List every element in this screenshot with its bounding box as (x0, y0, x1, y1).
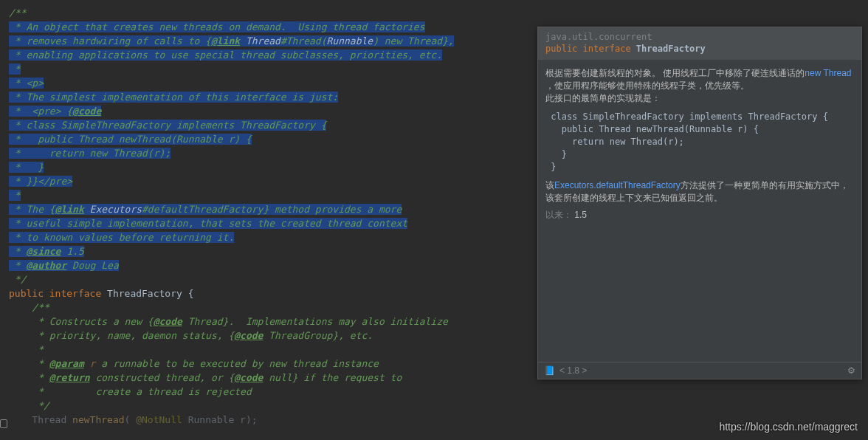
doc-footer: 📘 < 1.8 > ⚙ (538, 362, 861, 379)
code-text: * (9, 372, 49, 383)
doc-text: 该 (545, 180, 554, 190)
documentation-popup[interactable]: java.util.concurrent public interface Th… (537, 27, 862, 379)
code-text: * (9, 260, 26, 271)
doc-paragraph: 根据需要创建新线程的对象。 使用线程工厂中移除了硬连线通话的new Thread… (545, 67, 854, 92)
keyword: public (9, 288, 44, 299)
code-text: * <pre> { (9, 106, 72, 117)
doc-text: ，使应用程序能够使用特殊的线程子类，优先级等。 (545, 80, 749, 91)
code-text: * to known values before returning it. (9, 232, 234, 243)
code-text: * class SimpleThreadFactory implements T… (9, 120, 326, 131)
code-text: * priority, name, daemon status, { (9, 330, 234, 341)
code-text: * (9, 21, 26, 32)
javadoc-code: @code (234, 372, 263, 383)
code-text: Thread (240, 35, 280, 47)
javadoc-link[interactable]: @link (55, 204, 84, 215)
code-text: * create a thread is rejected (9, 385, 531, 399)
code-text: Doug Lea (66, 260, 118, 271)
annotation: @NotNull (136, 414, 182, 425)
keyword: public (545, 44, 577, 54)
watermark: https://blog.csdn.net/maggrect (719, 421, 858, 433)
code-text: ( (125, 414, 137, 425)
code-text: 1.5 (61, 246, 83, 257)
code-text: Executors (84, 204, 142, 215)
code-text: /** (9, 300, 531, 314)
doc-header: java.util.concurrent public interface Th… (538, 27, 861, 60)
code-text: An object that creates new threads on de… (26, 21, 424, 32)
book-icon[interactable]: 📘 (544, 365, 555, 376)
code-text: * <p> (9, 78, 44, 89)
method-name: newThread (72, 414, 124, 425)
code-text: */ (9, 272, 531, 286)
gear-icon[interactable]: ⚙ (847, 365, 855, 376)
code-text: * useful simple implementation, that set… (9, 218, 407, 229)
code-text: null} if the request to (263, 372, 402, 383)
javadoc-return: @return (49, 372, 90, 383)
javadoc-link[interactable]: @link (211, 35, 240, 47)
doc-since: 以来： 1.5 (545, 209, 854, 221)
class-name: ThreadFactory (636, 44, 706, 54)
code-text: */ (9, 399, 531, 413)
doc-paragraph: 该Executors.defaultThreadFactory方法提供了一种更简… (545, 179, 854, 204)
since-value: 1.5 (574, 210, 587, 220)
doc-paragraph: 此接口的最简单的实现就是： (545, 92, 854, 105)
code-text: * (9, 343, 531, 357)
doc-package: java.util.concurrent (545, 32, 854, 42)
code-text: * (9, 358, 49, 369)
doc-body[interactable]: 根据需要创建新线程的对象。 使用线程工厂中移除了硬连线通话的new Thread… (538, 60, 861, 362)
code-text: * return new Thread(r); (9, 148, 170, 159)
code-text: Runnable r); (182, 414, 258, 425)
code-text: * removes hardwiring of calls to { (9, 35, 211, 47)
param-name: r (84, 358, 96, 369)
code-text: Thread}. Implementations may also initia… (182, 316, 448, 327)
doc-version-nav[interactable]: < 1.8 > (559, 365, 587, 376)
code-text: Runnable (327, 35, 373, 47)
code-line: /** (9, 6, 531, 20)
code-editor[interactable]: /** * An object that creates new threads… (0, 0, 531, 440)
code-text: * }}</pre> (9, 176, 72, 187)
code-text: * The simplest implementation of this in… (9, 92, 338, 103)
code-text: Thread (9, 414, 72, 425)
code-text: * Constructs a new { (9, 316, 154, 327)
code-text: * (9, 246, 26, 257)
javadoc-code: @code (154, 316, 182, 327)
code-text: a runnable to be executed by new thread … (95, 358, 379, 369)
javadoc-code: @code (72, 106, 101, 117)
code-text: ThreadGroup}, etc. (263, 330, 373, 341)
keyword: interface (44, 288, 101, 299)
javadoc-param: @param (49, 358, 84, 369)
doc-link[interactable]: Executors.defaultThreadFactory (554, 180, 681, 190)
code-text: * (9, 190, 21, 201)
code-text: #defaultThreadFactory} method provides a… (142, 204, 402, 215)
doc-text: 根据需要创建新线程的对象。 使用线程工厂中移除了硬连线通话的 (545, 68, 805, 78)
code-text: * The { (9, 204, 55, 215)
code-text: ) new Thread}, (373, 35, 454, 47)
doc-code-block: class SimpleThreadFactory implements Thr… (545, 111, 854, 173)
keyword: interface (583, 44, 631, 54)
doc-link[interactable]: new Thread (805, 68, 851, 78)
since-label: 以来： (545, 210, 572, 220)
code-text: * public Thread newThread(Runnable r) { (9, 134, 252, 145)
code-text: constructed thread, or { (90, 372, 235, 383)
javadoc-since: @since (26, 246, 61, 257)
javadoc-author: @author (26, 260, 66, 271)
code-text: * (9, 63, 21, 75)
code-text: #Thread( (280, 35, 327, 47)
class-name: ThreadFactory { (101, 288, 193, 299)
javadoc-code: @code (234, 330, 263, 341)
code-text: * enabling applications to use special t… (9, 49, 442, 61)
code-text: * } (9, 162, 44, 173)
scroll-indicator-icon[interactable] (0, 419, 7, 428)
doc-signature: public interface ThreadFactory (545, 44, 854, 54)
